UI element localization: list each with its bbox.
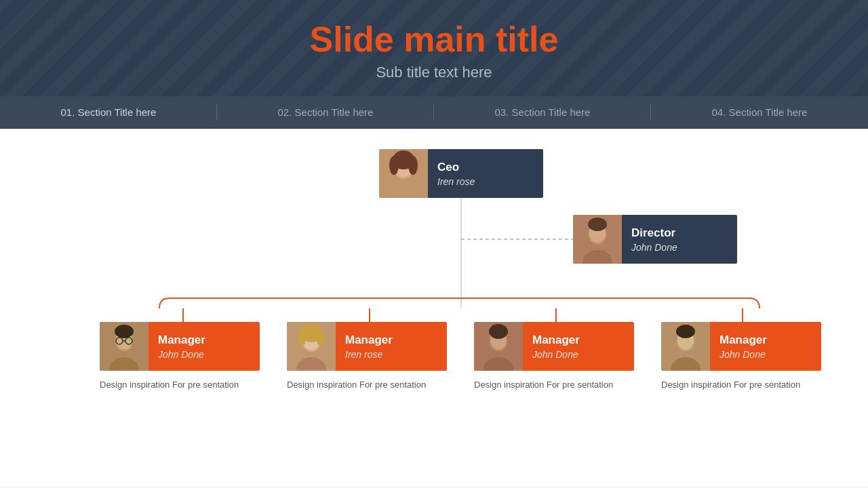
- ceo-info: Ceo Iren rose: [428, 149, 543, 198]
- manager-1-desc: Design inspiration For pre sentation: [100, 378, 256, 392]
- svg-point-43: [676, 325, 695, 338]
- manager-card-1: Manager John Done: [100, 322, 260, 371]
- manager-2-info: Manager Iren rose: [336, 322, 447, 371]
- manager-3-name: John Done: [532, 349, 625, 360]
- manager-3-info: Manager John Done: [523, 322, 634, 371]
- ceo-photo: [379, 149, 428, 198]
- manager-4-role: Manager: [719, 333, 812, 347]
- nav-item-1[interactable]: 01. Section Title here: [0, 96, 217, 129]
- org-chart: Ceo Iren rose Director John Done: [27, 149, 841, 472]
- svg-point-38: [489, 324, 508, 339]
- manager-card-2: Manager Iren rose: [287, 322, 447, 371]
- manager-4-info: Manager John Done: [710, 322, 821, 371]
- manager-2-name: Iren rose: [345, 349, 437, 360]
- main-title: Slide main title: [0, 19, 868, 60]
- manager-1-info: Manager John Done: [149, 322, 260, 371]
- manager-card-4: Manager John Done: [661, 322, 821, 371]
- svg-point-18: [588, 218, 607, 231]
- manager-4-name: John Done: [719, 349, 812, 360]
- ceo-card: Ceo Iren rose: [379, 149, 543, 198]
- nav-item-4[interactable]: 04. Section Title here: [651, 96, 868, 129]
- director-info: Director John Done: [622, 215, 737, 264]
- content-area: Ceo Iren rose Director John Done: [0, 129, 868, 486]
- ceo-role: Ceo: [437, 161, 534, 174]
- director-card: Director John Done: [573, 215, 737, 264]
- manager-1-role: Manager: [158, 333, 250, 347]
- director-name: John Done: [631, 242, 728, 253]
- manager-2-photo: [287, 322, 336, 371]
- svg-point-13: [408, 156, 418, 175]
- manager-card-3: Manager John Done: [474, 322, 634, 371]
- svg-point-32: [298, 330, 306, 346]
- header: Slide main title Sub title text here: [0, 0, 868, 96]
- director-photo: [573, 215, 622, 264]
- manager-1-name: John Done: [158, 349, 250, 360]
- ceo-name: Iren rose: [437, 176, 534, 187]
- nav-item-3[interactable]: 03. Section Title here: [434, 96, 651, 129]
- manager-1-photo: [100, 322, 149, 371]
- svg-point-33: [317, 330, 325, 346]
- nav-item-2[interactable]: 02. Section Title here: [217, 96, 434, 129]
- sub-title: Sub title text here: [0, 64, 868, 81]
- manager-4-photo: [661, 322, 710, 371]
- manager-2-desc: Design inspiration For pre sentation: [287, 378, 443, 392]
- manager-2-role: Manager: [345, 333, 437, 347]
- svg-point-12: [389, 156, 399, 175]
- director-role: Director: [631, 226, 728, 240]
- manager-3-photo: [474, 322, 523, 371]
- manager-3-desc: Design inspiration For pre sentation: [474, 378, 630, 392]
- manager-4-desc: Design inspiration For pre sentation: [661, 378, 817, 392]
- manager-3-role: Manager: [532, 333, 625, 347]
- svg-point-23: [115, 325, 134, 338]
- nav-bar: 01. Section Title here 02. Section Title…: [0, 96, 868, 129]
